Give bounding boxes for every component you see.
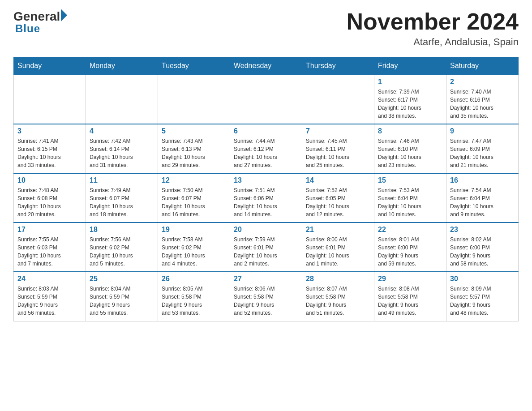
day-info: Sunrise: 7:55 AM Sunset: 6:03 PM Dayligh… [17, 235, 82, 268]
day-info: Sunrise: 8:00 AM Sunset: 6:01 PM Dayligh… [306, 235, 370, 268]
day-number: 18 [90, 226, 154, 234]
calendar-week-row: 3Sunrise: 7:41 AM Sunset: 6:15 PM Daylig… [14, 124, 519, 173]
day-info: Sunrise: 7:40 AM Sunset: 6:16 PM Dayligh… [450, 88, 515, 120]
calendar-cell: 15Sunrise: 7:53 AM Sunset: 6:04 PM Dayli… [374, 173, 446, 223]
calendar-cell: 13Sunrise: 7:51 AM Sunset: 6:06 PM Dayli… [230, 173, 302, 223]
calendar-cell: 21Sunrise: 8:00 AM Sunset: 6:01 PM Dayli… [302, 223, 374, 272]
logo-blue-text: Blue [15, 22, 40, 35]
day-info: Sunrise: 7:41 AM Sunset: 6:15 PM Dayligh… [17, 137, 82, 169]
day-info: Sunrise: 7:44 AM Sunset: 6:12 PM Dayligh… [234, 137, 298, 169]
calendar-cell: 1Sunrise: 7:39 AM Sunset: 6:17 PM Daylig… [374, 75, 446, 124]
day-info: Sunrise: 7:46 AM Sunset: 6:10 PM Dayligh… [378, 137, 442, 169]
calendar-cell: 10Sunrise: 7:48 AM Sunset: 6:08 PM Dayli… [14, 173, 86, 223]
page-header: General Blue November 2024 Atarfe, Andal… [13, 9, 519, 48]
day-info: Sunrise: 7:49 AM Sunset: 6:07 PM Dayligh… [90, 186, 154, 218]
title-area: November 2024 Atarfe, Andalusia, Spain [347, 9, 519, 48]
calendar-cell [230, 75, 302, 124]
calendar-cell: 29Sunrise: 8:08 AM Sunset: 5:58 PM Dayli… [374, 272, 446, 321]
day-info: Sunrise: 8:04 AM Sunset: 5:59 PM Dayligh… [90, 285, 154, 317]
calendar-cell: 23Sunrise: 8:02 AM Sunset: 6:00 PM Dayli… [446, 223, 519, 272]
day-info: Sunrise: 8:07 AM Sunset: 5:58 PM Dayligh… [306, 285, 370, 317]
day-info: Sunrise: 8:06 AM Sunset: 5:58 PM Dayligh… [234, 285, 298, 317]
calendar-cell: 3Sunrise: 7:41 AM Sunset: 6:15 PM Daylig… [14, 124, 86, 173]
day-number: 29 [378, 275, 442, 283]
day-number: 23 [450, 226, 515, 234]
calendar-cell [302, 75, 374, 124]
calendar-cell: 8Sunrise: 7:46 AM Sunset: 6:10 PM Daylig… [374, 124, 446, 173]
day-info: Sunrise: 8:02 AM Sunset: 6:00 PM Dayligh… [450, 235, 515, 268]
day-number: 6 [234, 127, 298, 135]
day-info: Sunrise: 7:50 AM Sunset: 6:07 PM Dayligh… [162, 186, 226, 218]
calendar-week-row: 17Sunrise: 7:55 AM Sunset: 6:03 PM Dayli… [14, 223, 519, 272]
calendar-week-row: 10Sunrise: 7:48 AM Sunset: 6:08 PM Dayli… [14, 173, 519, 223]
logo-triangle-icon [61, 9, 67, 21]
day-number: 22 [378, 226, 442, 234]
day-number: 10 [17, 176, 82, 184]
day-number: 9 [450, 127, 515, 135]
day-number: 15 [378, 176, 442, 184]
logo-general: General [13, 9, 60, 24]
calendar-cell: 25Sunrise: 8:04 AM Sunset: 5:59 PM Dayli… [86, 272, 158, 321]
day-number: 26 [162, 275, 226, 283]
day-info: Sunrise: 7:42 AM Sunset: 6:14 PM Dayligh… [90, 137, 154, 169]
day-number: 30 [450, 275, 515, 283]
header-thursday: Thursday [302, 57, 374, 75]
logo: General Blue [13, 9, 67, 35]
header-friday: Friday [374, 57, 446, 75]
day-info: Sunrise: 7:45 AM Sunset: 6:11 PM Dayligh… [306, 137, 370, 169]
day-info: Sunrise: 8:05 AM Sunset: 5:58 PM Dayligh… [162, 285, 226, 317]
calendar-cell: 18Sunrise: 7:56 AM Sunset: 6:02 PM Dayli… [86, 223, 158, 272]
day-info: Sunrise: 8:03 AM Sunset: 5:59 PM Dayligh… [17, 285, 82, 317]
day-number: 21 [306, 226, 370, 234]
day-info: Sunrise: 7:58 AM Sunset: 6:02 PM Dayligh… [162, 235, 226, 268]
day-info: Sunrise: 7:51 AM Sunset: 6:06 PM Dayligh… [234, 186, 298, 218]
calendar-cell: 22Sunrise: 8:01 AM Sunset: 6:00 PM Dayli… [374, 223, 446, 272]
calendar-cell: 26Sunrise: 8:05 AM Sunset: 5:58 PM Dayli… [158, 272, 230, 321]
day-number: 13 [234, 176, 298, 184]
day-number: 12 [162, 176, 226, 184]
calendar-cell: 5Sunrise: 7:43 AM Sunset: 6:13 PM Daylig… [158, 124, 230, 173]
day-number: 8 [378, 127, 442, 135]
day-number: 11 [90, 176, 154, 184]
calendar-week-row: 24Sunrise: 8:03 AM Sunset: 5:59 PM Dayli… [14, 272, 519, 321]
month-year-title: November 2024 [347, 9, 519, 34]
day-info: Sunrise: 7:54 AM Sunset: 6:04 PM Dayligh… [450, 186, 515, 218]
header-tuesday: Tuesday [158, 57, 230, 75]
header-sunday: Sunday [14, 57, 86, 75]
day-number: 17 [17, 226, 82, 234]
calendar-week-row: 1Sunrise: 7:39 AM Sunset: 6:17 PM Daylig… [14, 75, 519, 124]
day-number: 2 [450, 78, 515, 86]
day-number: 27 [234, 275, 298, 283]
calendar-cell: 24Sunrise: 8:03 AM Sunset: 5:59 PM Dayli… [14, 272, 86, 321]
calendar-cell: 6Sunrise: 7:44 AM Sunset: 6:12 PM Daylig… [230, 124, 302, 173]
day-info: Sunrise: 7:39 AM Sunset: 6:17 PM Dayligh… [378, 88, 442, 120]
calendar-cell: 30Sunrise: 8:09 AM Sunset: 5:57 PM Dayli… [446, 272, 519, 321]
day-info: Sunrise: 7:47 AM Sunset: 6:09 PM Dayligh… [450, 137, 515, 169]
header-monday: Monday [86, 57, 158, 75]
calendar-cell: 12Sunrise: 7:50 AM Sunset: 6:07 PM Dayli… [158, 173, 230, 223]
day-number: 24 [17, 275, 82, 283]
calendar-cell: 16Sunrise: 7:54 AM Sunset: 6:04 PM Dayli… [446, 173, 519, 223]
day-info: Sunrise: 7:48 AM Sunset: 6:08 PM Dayligh… [17, 186, 82, 218]
calendar-cell: 20Sunrise: 7:59 AM Sunset: 6:01 PM Dayli… [230, 223, 302, 272]
day-info: Sunrise: 8:09 AM Sunset: 5:57 PM Dayligh… [450, 285, 515, 317]
day-number: 28 [306, 275, 370, 283]
calendar-cell: 11Sunrise: 7:49 AM Sunset: 6:07 PM Dayli… [86, 173, 158, 223]
location-subtitle: Atarfe, Andalusia, Spain [347, 36, 519, 48]
day-number: 5 [162, 127, 226, 135]
calendar-cell [14, 75, 86, 124]
header-saturday: Saturday [446, 57, 519, 75]
weekday-header-row: Sunday Monday Tuesday Wednesday Thursday… [14, 57, 519, 75]
calendar-table: Sunday Monday Tuesday Wednesday Thursday… [13, 57, 519, 321]
calendar-cell: 7Sunrise: 7:45 AM Sunset: 6:11 PM Daylig… [302, 124, 374, 173]
day-info: Sunrise: 7:59 AM Sunset: 6:01 PM Dayligh… [234, 235, 298, 268]
day-number: 1 [378, 78, 442, 86]
day-number: 20 [234, 226, 298, 234]
calendar-cell: 27Sunrise: 8:06 AM Sunset: 5:58 PM Dayli… [230, 272, 302, 321]
day-number: 14 [306, 176, 370, 184]
logo-text: General [13, 9, 67, 24]
calendar-cell: 28Sunrise: 8:07 AM Sunset: 5:58 PM Dayli… [302, 272, 374, 321]
day-number: 16 [450, 176, 515, 184]
calendar-cell: 4Sunrise: 7:42 AM Sunset: 6:14 PM Daylig… [86, 124, 158, 173]
day-info: Sunrise: 7:56 AM Sunset: 6:02 PM Dayligh… [90, 235, 154, 268]
